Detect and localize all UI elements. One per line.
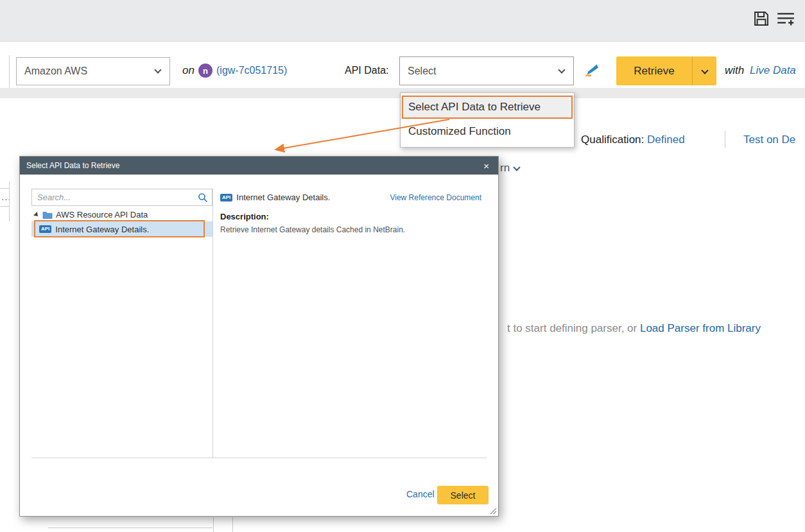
retrieve-split-button: Retrieve (616, 56, 716, 85)
retrieve-button[interactable]: Retrieve (616, 56, 692, 85)
netbrain-device-icon: n (198, 64, 212, 78)
test-on-device-link[interactable]: Test on De (743, 133, 795, 146)
device-link[interactable]: (igw-7c051715) (216, 65, 287, 76)
chevron-down-icon (154, 66, 161, 73)
left-panel-line (0, 188, 10, 189)
detail-header: API Internet Gateway Details. (220, 193, 330, 202)
data-source-select[interactable]: Amazon AWS (16, 57, 170, 85)
folder-icon (42, 210, 53, 219)
tree-item-internet-gateway-details[interactable]: API Internet Gateway Details. (31, 221, 212, 237)
description-text: Retrieve Internet Gateway details Cached… (220, 225, 405, 234)
with-label: with (725, 64, 744, 77)
api-data-select[interactable]: Select (399, 56, 574, 85)
tree-expand-icon[interactable] (33, 212, 40, 218)
collapsed-panel-ellipsis[interactable]: ... (1, 191, 12, 202)
dialog-title: Select API Data to Retrieve (26, 161, 119, 170)
search-icon (198, 193, 208, 203)
chevron-down-icon (513, 164, 520, 171)
parser-hint-text: t to start defining parser, or Load Pars… (507, 322, 761, 335)
view-reference-document-link[interactable]: View Reference Document (390, 193, 481, 202)
resize-handle[interactable] (489, 507, 497, 515)
search-input[interactable] (32, 189, 198, 205)
api-badge: API (39, 225, 51, 233)
api-data-dropdown-menu: Select API Data to Retrieve Customized F… (400, 92, 575, 148)
learn-dropdown[interactable]: rn (500, 162, 519, 175)
save-icon[interactable] (752, 10, 772, 29)
menu-item-select-api-data[interactable]: Select API Data to Retrieve (401, 95, 574, 119)
api-data-label: API Data: (345, 65, 388, 76)
cancel-button[interactable]: Cancel (406, 489, 435, 499)
tree-folder-label: AWS Resource API Data (56, 210, 148, 219)
background-row-line (48, 528, 212, 528)
api-data-select-value: Select (408, 65, 436, 77)
chevron-down-icon (558, 66, 565, 73)
add-to-list-icon[interactable] (775, 10, 795, 29)
tree-item-label: Internet Gateway Details. (55, 225, 149, 234)
dialog-titlebar: Select API Data to Retrieve × (20, 157, 498, 175)
dialog-footer-divider (31, 458, 487, 458)
detail-title: Internet Gateway Details. (236, 193, 330, 202)
chevron-down-icon (701, 67, 708, 74)
background-column-line (232, 517, 233, 532)
top-toolbar (0, 0, 805, 42)
select-button[interactable]: Select (437, 486, 489, 504)
data-source-value: Amazon AWS (24, 65, 87, 77)
on-label: on (182, 64, 195, 77)
qualification-divider (725, 131, 725, 148)
parser-hint-prefix: t to start defining parser, or (507, 322, 640, 334)
toolbar-left-divider (9, 55, 10, 88)
qualification-label: Qualification: Defined (581, 133, 685, 146)
load-parser-link[interactable]: Load Parser from Library (640, 322, 761, 334)
search-box (31, 189, 212, 206)
left-panel-line (0, 206, 10, 207)
dialog-pane-divider (212, 189, 213, 458)
screen: Amazon AWS on n (igw-7c051715) API Data:… (0, 0, 805, 532)
learn-partial-text: rn (500, 162, 510, 175)
edit-pencil-icon[interactable] (583, 62, 600, 78)
tree-node-aws-resource-api-data[interactable]: AWS Resource API Data (31, 208, 212, 221)
qualification-defined-link[interactable]: Defined (647, 133, 685, 146)
menu-item-customized-function[interactable]: Customized Function (401, 119, 574, 144)
description-label: Description: (220, 212, 269, 221)
background-column-line (213, 517, 214, 532)
select-api-data-dialog: Select API Data to Retrieve × AWS Resour… (19, 156, 499, 517)
live-data-link[interactable]: Live Data (750, 64, 796, 77)
close-icon[interactable]: × (481, 160, 492, 172)
retrieve-dropdown-toggle[interactable] (692, 56, 716, 85)
api-badge: API (220, 194, 232, 202)
